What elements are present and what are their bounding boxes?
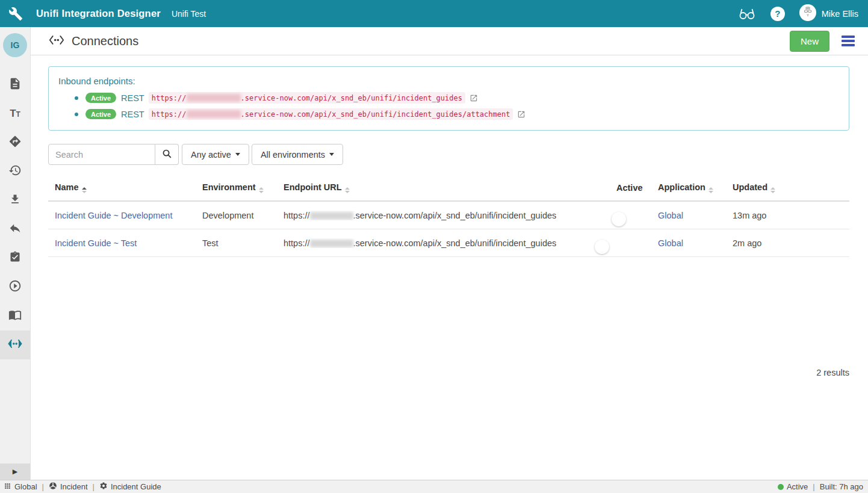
help-icon[interactable]: ? bbox=[770, 7, 785, 21]
sort-icon bbox=[345, 187, 350, 193]
endpoint-url-cell: https://.service-now.com/api/x_snd_eb/un… bbox=[284, 211, 610, 220]
menu-icon[interactable] bbox=[842, 36, 855, 46]
grid-icon bbox=[4, 482, 11, 492]
table-header-row: Name Environment Endpoint URL Active App… bbox=[48, 175, 849, 202]
sidebar-item-connections[interactable] bbox=[0, 330, 30, 359]
gear-icon bbox=[99, 482, 108, 492]
protocol-label: REST bbox=[121, 110, 144, 119]
book-icon bbox=[8, 308, 22, 324]
table-row: Incident Guide ~ Test Test https://.serv… bbox=[48, 229, 849, 257]
separator: | bbox=[42, 482, 44, 491]
built-time: Built: 7h ago bbox=[820, 482, 863, 491]
sidebar-item-document[interactable] bbox=[0, 70, 30, 99]
user-menu[interactable]: Mike Ellis bbox=[799, 4, 858, 23]
status-bar: Global | Incident | Incident Guide Activ… bbox=[0, 480, 868, 493]
connections-table: Name Environment Endpoint URL Active App… bbox=[48, 175, 849, 257]
sort-icon bbox=[259, 187, 264, 193]
separator: | bbox=[813, 482, 814, 491]
connections-icon bbox=[8, 339, 22, 351]
top-navigation-bar: Unifi Integration Designer Unifi Test ? bbox=[0, 0, 868, 27]
endpoint-url-code: https://.service-now.com/api/x_snd_eb/un… bbox=[149, 108, 513, 120]
environment-filter-dropdown[interactable]: All environments bbox=[252, 144, 343, 165]
connection-link[interactable]: Incident Guide ~ Development bbox=[55, 211, 172, 220]
sidebar-item-history[interactable] bbox=[0, 157, 30, 186]
document-icon bbox=[8, 77, 22, 93]
integration-indicator[interactable]: Incident Guide bbox=[99, 482, 161, 492]
column-header-endpoint-url[interactable]: Endpoint URL bbox=[284, 182, 610, 193]
inbound-endpoints-panel: Inbound endpoints: Active REST https://.… bbox=[48, 66, 849, 131]
application-link[interactable]: Global bbox=[658, 238, 683, 248]
user-name: Mike Ellis bbox=[822, 9, 858, 19]
avatar bbox=[799, 4, 816, 23]
sidebar-item-documentation[interactable] bbox=[0, 302, 30, 330]
sort-icon bbox=[82, 187, 87, 193]
endpoint-item: Active REST https://.service-now.com/api… bbox=[75, 92, 839, 104]
filter-toolbar: Any active All environments bbox=[48, 144, 849, 165]
column-header-name[interactable]: Name bbox=[48, 182, 202, 193]
expand-arrow-icon: ▶ bbox=[13, 468, 17, 476]
directions-icon bbox=[8, 135, 22, 150]
app-subtitle-link[interactable]: Unifi Test bbox=[172, 9, 206, 19]
redacted-instance bbox=[187, 94, 241, 102]
sidebar-item-tasks[interactable] bbox=[0, 244, 30, 273]
redacted-instance bbox=[187, 110, 241, 118]
page-title: Connections bbox=[72, 34, 138, 48]
column-header-environment[interactable]: Environment bbox=[202, 182, 284, 193]
column-header-updated[interactable]: Updated bbox=[733, 182, 849, 193]
column-header-active: Active bbox=[610, 183, 658, 193]
chevron-down-icon bbox=[235, 153, 240, 156]
connections-page-icon bbox=[49, 35, 64, 48]
status-badge: Active bbox=[85, 109, 116, 119]
sidebar: IG TT bbox=[0, 27, 31, 480]
download-icon bbox=[9, 193, 21, 208]
connection-link[interactable]: Incident Guide ~ Test bbox=[55, 238, 137, 248]
table-row: Incident Guide ~ Development Development… bbox=[48, 202, 849, 229]
status-badge: Active bbox=[85, 93, 116, 103]
endpoint-url-code: https://.service-now.com/api/x_snd_eb/un… bbox=[149, 92, 465, 104]
inbound-endpoints-heading: Inbound endpoints: bbox=[58, 76, 839, 86]
search-input[interactable] bbox=[48, 144, 155, 165]
bullet-icon bbox=[75, 96, 78, 100]
application-indicator[interactable]: Incident bbox=[49, 482, 88, 492]
sidebar-item-reply[interactable] bbox=[0, 215, 30, 244]
incident-wheel-icon bbox=[49, 482, 57, 492]
column-header-application[interactable]: Application bbox=[658, 182, 733, 193]
sort-icon bbox=[770, 187, 775, 193]
new-connection-button[interactable]: New bbox=[790, 31, 829, 52]
page-content: Inbound endpoints: Active REST https://.… bbox=[31, 55, 868, 480]
external-link-icon[interactable] bbox=[470, 94, 478, 102]
text-fields-icon: TT bbox=[10, 108, 20, 120]
updated-cell: 2m ago bbox=[733, 238, 849, 248]
wrench-icon[interactable] bbox=[0, 7, 31, 21]
sidebar-item-directions[interactable] bbox=[0, 128, 30, 157]
integration-avatar[interactable]: IG bbox=[3, 33, 27, 57]
endpoint-item: Active REST https://.service-now.com/api… bbox=[75, 108, 839, 120]
sidebar-item-download[interactable] bbox=[0, 186, 30, 215]
environment-cell: Test bbox=[202, 238, 284, 248]
active-filter-dropdown[interactable]: Any active bbox=[182, 144, 249, 165]
separator: | bbox=[93, 482, 95, 491]
main-area: Connections New Inbound endpoints: Activ… bbox=[31, 27, 868, 480]
results-count: 2 results bbox=[816, 368, 849, 377]
glasses-icon[interactable] bbox=[738, 7, 756, 20]
environment-cell: Development bbox=[202, 211, 284, 220]
play-circle-icon bbox=[8, 279, 22, 295]
scope-indicator[interactable]: Global bbox=[4, 482, 37, 492]
sidebar-item-run[interactable] bbox=[0, 273, 30, 302]
application-link[interactable]: Global bbox=[658, 211, 683, 220]
status-dot-icon bbox=[778, 484, 784, 490]
search-button[interactable] bbox=[155, 144, 179, 165]
sidebar-expand-button[interactable]: ▶ bbox=[0, 464, 30, 480]
redacted-instance bbox=[310, 240, 353, 247]
reply-icon bbox=[8, 222, 22, 237]
clipboard-check-icon bbox=[9, 251, 21, 265]
updated-cell: 13m ago bbox=[733, 211, 849, 220]
app-window: Unifi Integration Designer Unifi Test ? bbox=[0, 0, 868, 493]
sidebar-item-fields[interactable]: TT bbox=[0, 99, 30, 128]
app-title: Unifi Integration Designer bbox=[36, 8, 161, 19]
external-link-icon[interactable] bbox=[517, 110, 525, 119]
search-icon bbox=[162, 149, 172, 161]
chevron-down-icon bbox=[329, 153, 334, 156]
history-icon bbox=[8, 164, 22, 179]
protocol-label: REST bbox=[121, 93, 144, 103]
